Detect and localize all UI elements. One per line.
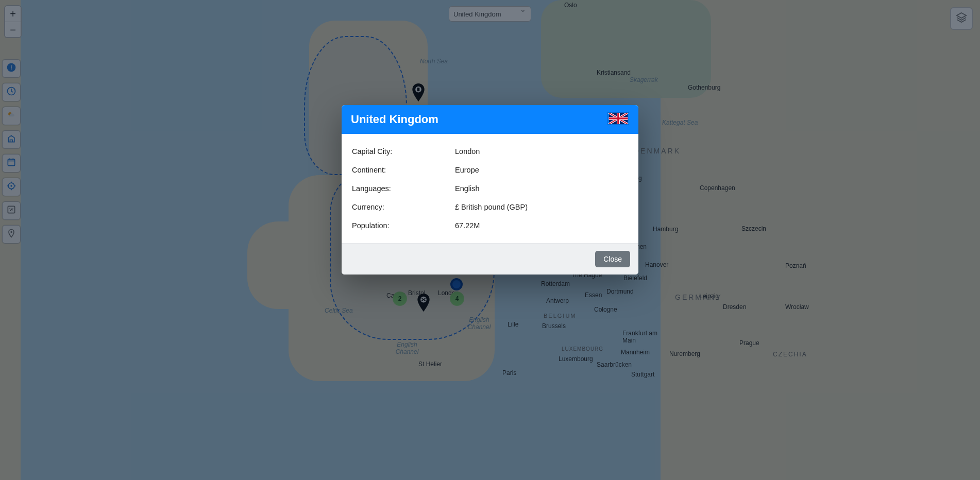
info-value: London: [455, 147, 628, 156]
info-value: £ British pound (GBP): [455, 203, 628, 211]
modal-footer: Close: [342, 243, 638, 275]
info-row: Languages:English: [350, 179, 630, 198]
info-row: Continent:Europe: [350, 161, 630, 179]
modal-overlay[interactable]: United Kingdom Capital City:London Conti…: [0, 0, 980, 480]
info-label: Languages:: [352, 184, 455, 193]
country-info-modal: United Kingdom Capital City:London Conti…: [342, 105, 638, 275]
info-row: Currency:£ British pound (GBP): [350, 198, 630, 216]
modal-body: Capital City:London Continent:Europe Lan…: [342, 134, 638, 243]
info-label: Continent:: [352, 166, 455, 174]
info-label: Currency:: [352, 203, 455, 211]
flag-icon: [607, 112, 629, 127]
info-value: English: [455, 184, 628, 193]
svg-rect-17: [609, 117, 628, 119]
info-row: Population:67.22M: [350, 216, 630, 235]
info-label: Capital City:: [352, 147, 455, 156]
close-button[interactable]: Close: [595, 251, 630, 267]
info-label: Population:: [352, 221, 455, 230]
info-value: Europe: [455, 166, 628, 174]
modal-header: United Kingdom: [342, 105, 638, 134]
info-row: Capital City:London: [350, 142, 630, 161]
info-value: 67.22M: [455, 221, 628, 230]
modal-title: United Kingdom: [351, 113, 438, 126]
